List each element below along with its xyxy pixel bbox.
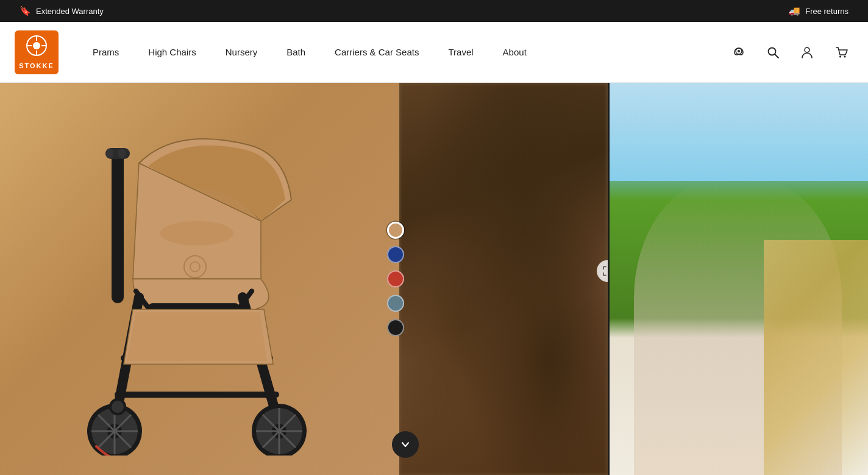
- hero-right-panel: [608, 83, 868, 475]
- svg-point-12: [844, 55, 846, 57]
- nav-links-container: Prams High Chairs Nursery Bath Carriers …: [78, 22, 727, 83]
- nav-bath[interactable]: Bath: [272, 22, 320, 83]
- hero-section: [0, 83, 868, 475]
- nav-actions: [727, 40, 853, 65]
- brand-name: STOKKE: [19, 62, 54, 69]
- top-banner: 🔖 Extended Warranty 🚚 Free returns: [0, 0, 868, 22]
- svg-rect-14: [112, 151, 124, 303]
- stroller-image: [41, 102, 358, 456]
- brand-logo[interactable]: STOKKE: [15, 30, 59, 74]
- sky-area: [608, 83, 868, 181]
- svg-point-10: [805, 47, 809, 52]
- svg-point-41: [112, 401, 124, 413]
- hero-middle-panel: [399, 83, 608, 475]
- account-button[interactable]: [795, 40, 819, 65]
- color-swatch-red[interactable]: [387, 270, 404, 287]
- nav-prams[interactable]: Prams: [78, 22, 133, 83]
- color-swatches: [387, 222, 404, 336]
- bookmark-icon: 🔖: [20, 5, 31, 16]
- search-button[interactable]: [761, 40, 785, 65]
- color-swatch-black[interactable]: [387, 319, 404, 336]
- scroll-down-button[interactable]: [392, 431, 419, 458]
- truck-icon: 🚚: [789, 5, 800, 16]
- svg-point-7: [738, 50, 740, 52]
- svg-point-13: [160, 221, 233, 245]
- warranty-section[interactable]: 🔖 Extended Warranty: [20, 5, 104, 16]
- cart-button[interactable]: [829, 40, 853, 65]
- store-locator-button[interactable]: [727, 40, 751, 65]
- overlay: [399, 83, 608, 475]
- hero-stroller-panel: [0, 83, 399, 475]
- logo-icon: [26, 35, 48, 60]
- returns-section[interactable]: 🚚 Free returns: [789, 5, 848, 16]
- svg-rect-16: [106, 149, 113, 158]
- svg-rect-17: [118, 149, 126, 158]
- nav-carriers[interactable]: Carriers & Car Seats: [320, 22, 433, 83]
- color-swatch-navy[interactable]: [387, 246, 404, 263]
- nav-about[interactable]: About: [488, 22, 541, 83]
- svg-line-9: [775, 54, 778, 58]
- nav-highchairs[interactable]: High Chairs: [133, 22, 210, 83]
- color-swatch-sandy[interactable]: [387, 222, 404, 239]
- hero-divider: [608, 83, 610, 475]
- svg-point-1: [33, 42, 40, 49]
- stroller-handle-hint: [764, 240, 868, 475]
- svg-point-11: [839, 55, 841, 57]
- nav-travel[interactable]: Travel: [433, 22, 488, 83]
- nav-nursery[interactable]: Nursery: [211, 22, 272, 83]
- warranty-label: Extended Warranty: [36, 7, 104, 16]
- color-swatch-grey[interactable]: [387, 295, 404, 312]
- returns-label: Free returns: [805, 7, 848, 16]
- main-nav: STOKKE Prams High Chairs Nursery Bath Ca…: [0, 22, 868, 83]
